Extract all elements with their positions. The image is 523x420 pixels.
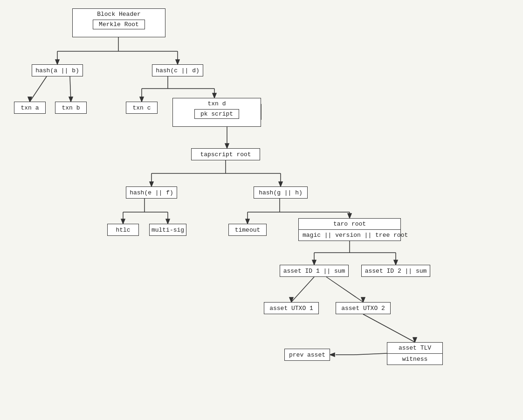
asset-tlv-label: asset TLV [387, 343, 442, 354]
multi-sig-node: multi-sig [149, 224, 186, 236]
prev-asset-label: prev asset [289, 351, 325, 358]
svg-line-37 [326, 277, 363, 302]
tapscript-root-label: tapscript root [200, 151, 251, 158]
merkle-root-node: Merkle Root [93, 20, 145, 29]
svg-line-39 [354, 353, 387, 355]
asset-utxo1-label: asset UTXO 1 [269, 305, 313, 312]
asset-utxo2-node: asset UTXO 2 [336, 302, 391, 314]
asset-tlv-node: asset TLV witness [387, 342, 443, 365]
svg-line-5 [30, 76, 47, 102]
svg-line-38 [363, 314, 415, 342]
hash-gh-node: hash(g || h) [254, 186, 308, 199]
asset-tlv-sublabel: witness [387, 354, 442, 365]
hash-gh-label: hash(g || h) [259, 189, 303, 196]
txn-c-node: txn c [126, 102, 158, 114]
timeout-node: timeout [228, 224, 267, 236]
block-header-node: Block Header Merkle Root [72, 8, 165, 37]
htlc-label: htlc [116, 227, 130, 234]
taro-root-sublabel: magic || version || tree root [299, 230, 400, 241]
asset-id2-label: asset ID 2 || sum [365, 268, 427, 275]
taro-root-label: taro root [299, 219, 400, 230]
hash-cd-label: hash(c || d) [156, 67, 200, 74]
txn-b-node: txn b [55, 102, 87, 114]
txn-a-label: txn a [21, 104, 39, 111]
hash-ab-label: hash(a || b) [35, 67, 79, 74]
asset-id1-label: asset ID 1 || sum [283, 268, 345, 275]
timeout-label: timeout [235, 227, 261, 234]
hash-ab-node: hash(a || b) [32, 64, 83, 76]
pk-script-label: pk script [200, 110, 233, 117]
multi-sig-label: multi-sig [151, 227, 184, 234]
prev-asset-node: prev asset [284, 349, 330, 361]
txn-a-node: txn a [14, 102, 46, 114]
merkle-root-label: Merkle Root [99, 21, 139, 28]
asset-id1-node: asset ID 1 || sum [280, 265, 349, 277]
txn-b-label: txn b [62, 104, 80, 111]
txn-d-label: txn d [207, 100, 226, 107]
hash-cd-node: hash(c || d) [152, 64, 203, 76]
block-header-label: Block Header [97, 11, 141, 18]
txn-c-label: txn c [132, 104, 151, 111]
connector-lines [0, 0, 523, 420]
asset-id2-node: asset ID 2 || sum [361, 265, 430, 277]
tapscript-root-node: tapscript root [191, 148, 260, 160]
pk-script-node: pk script [194, 109, 239, 119]
svg-line-36 [291, 277, 314, 302]
hash-ef-label: hash(e || f) [130, 189, 173, 196]
asset-utxo2-label: asset UTXO 2 [341, 305, 385, 312]
svg-line-6 [70, 76, 71, 102]
diagram: Block Header Merkle Root hash(a || b) ha… [0, 0, 523, 420]
asset-utxo1-node: asset UTXO 1 [264, 302, 319, 314]
htlc-node: htlc [107, 224, 139, 236]
taro-root-node: taro root magic || version || tree root [298, 218, 401, 241]
hash-ef-node: hash(e || f) [126, 186, 177, 199]
txn-d-node: txn d pk script [172, 98, 261, 127]
